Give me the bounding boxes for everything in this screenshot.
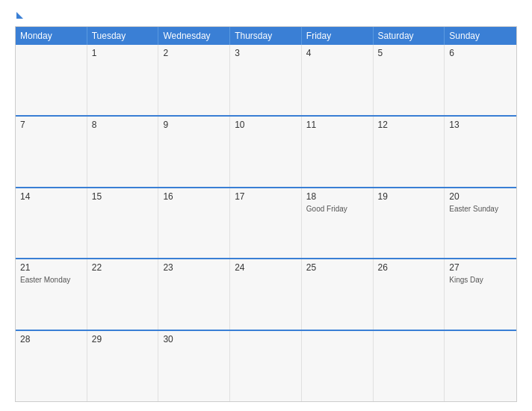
cal-cell-4-3: 23 [158, 259, 230, 330]
day-number: 22 [92, 262, 154, 273]
cal-cell-5-6 [374, 331, 445, 401]
weekday-header-friday: Friday [302, 27, 374, 45]
cal-cell-5-1: 28 [16, 331, 87, 401]
week-row-3: 1415161718Good Friday1920Easter Sunday [16, 187, 516, 259]
day-number: 18 [306, 191, 368, 202]
day-number: 27 [449, 262, 512, 273]
cal-cell-1-5: 4 [302, 45, 374, 115]
day-number: 23 [163, 262, 225, 273]
cal-cell-4-4: 24 [230, 259, 302, 330]
header [15, 13, 517, 19]
cal-cell-2-3: 9 [158, 117, 230, 187]
cal-cell-5-2: 29 [87, 331, 159, 401]
day-number: 6 [449, 48, 512, 58]
cal-cell-3-3: 16 [158, 188, 230, 259]
cal-cell-3-7: 20Easter Sunday [445, 188, 516, 259]
cal-cell-3-6: 19 [374, 188, 445, 259]
logo-triangle-icon [16, 12, 23, 19]
week-row-1: 123456 [16, 45, 516, 115]
day-number: 12 [378, 120, 440, 130]
cal-cell-2-5: 11 [302, 117, 374, 187]
weekday-header-sunday: Sunday [445, 27, 516, 45]
calendar-page: MondayTuesdayWednesdayThursdayFridaySatu… [0, 0, 532, 411]
cal-cell-4-1: 21Easter Monday [16, 259, 87, 330]
cal-cell-1-1 [16, 45, 87, 115]
calendar-grid: MondayTuesdayWednesdayThursdayFridaySatu… [15, 26, 517, 402]
day-number: 9 [163, 120, 225, 130]
day-number: 13 [449, 120, 512, 130]
cal-cell-2-2: 8 [87, 117, 159, 187]
day-number: 11 [306, 120, 368, 130]
cal-cell-1-6: 5 [374, 45, 445, 115]
day-number: 3 [235, 48, 297, 58]
weekday-header-tuesday: Tuesday [87, 27, 159, 45]
cal-cell-5-7 [445, 331, 516, 401]
day-number: 30 [163, 334, 225, 344]
day-number: 7 [20, 120, 82, 130]
weekday-header-monday: Monday [16, 27, 87, 45]
day-number: 17 [235, 191, 297, 202]
cal-cell-4-5: 25 [302, 259, 374, 330]
holiday-label: Kings Day [449, 276, 512, 284]
day-number: 26 [378, 262, 440, 273]
logo-blue-text [15, 13, 23, 19]
weekday-header-saturday: Saturday [374, 27, 445, 45]
day-number: 15 [92, 191, 154, 202]
logo [15, 13, 23, 19]
cal-cell-5-4 [230, 331, 302, 401]
cal-cell-2-1: 7 [16, 117, 87, 187]
day-number: 2 [163, 48, 225, 58]
cal-cell-2-6: 12 [374, 117, 445, 187]
cal-cell-1-7: 6 [445, 45, 516, 115]
day-number: 29 [92, 334, 154, 344]
day-number: 8 [92, 120, 154, 130]
day-number: 25 [306, 262, 368, 273]
cal-cell-1-2: 1 [87, 45, 159, 115]
week-row-2: 78910111213 [16, 115, 516, 187]
day-number: 20 [449, 191, 512, 202]
cal-cell-4-7: 27Kings Day [445, 259, 516, 330]
day-number: 16 [163, 191, 225, 202]
cal-cell-2-4: 10 [230, 117, 302, 187]
cal-cell-3-1: 14 [16, 188, 87, 259]
day-number: 21 [20, 262, 82, 273]
holiday-label: Easter Sunday [449, 205, 512, 213]
day-number: 10 [235, 120, 297, 130]
cal-cell-3-2: 15 [87, 188, 159, 259]
day-number: 1 [92, 48, 154, 58]
week-row-4: 21Easter Monday222324252627Kings Day [16, 258, 516, 330]
holiday-label: Easter Monday [20, 276, 82, 284]
calendar-body: 123456789101112131415161718Good Friday19… [16, 45, 516, 401]
cal-cell-1-4: 3 [230, 45, 302, 115]
weekday-header-thursday: Thursday [230, 27, 302, 45]
cal-cell-3-5: 18Good Friday [302, 188, 374, 259]
weekday-header-row: MondayTuesdayWednesdayThursdayFridaySatu… [16, 27, 516, 45]
cal-cell-2-7: 13 [445, 117, 516, 187]
cal-cell-1-3: 2 [158, 45, 230, 115]
weekday-header-wednesday: Wednesday [158, 27, 230, 45]
week-row-5: 282930 [16, 330, 516, 401]
cal-cell-5-5 [302, 331, 374, 401]
day-number: 14 [20, 191, 82, 202]
day-number: 24 [235, 262, 297, 273]
day-number: 4 [306, 48, 368, 58]
cal-cell-4-6: 26 [374, 259, 445, 330]
holiday-label: Good Friday [306, 205, 368, 213]
day-number: 5 [378, 48, 440, 58]
cal-cell-5-3: 30 [158, 331, 230, 401]
day-number: 28 [20, 334, 82, 344]
cal-cell-4-2: 22 [87, 259, 159, 330]
cal-cell-3-4: 17 [230, 188, 302, 259]
day-number: 19 [378, 191, 440, 202]
